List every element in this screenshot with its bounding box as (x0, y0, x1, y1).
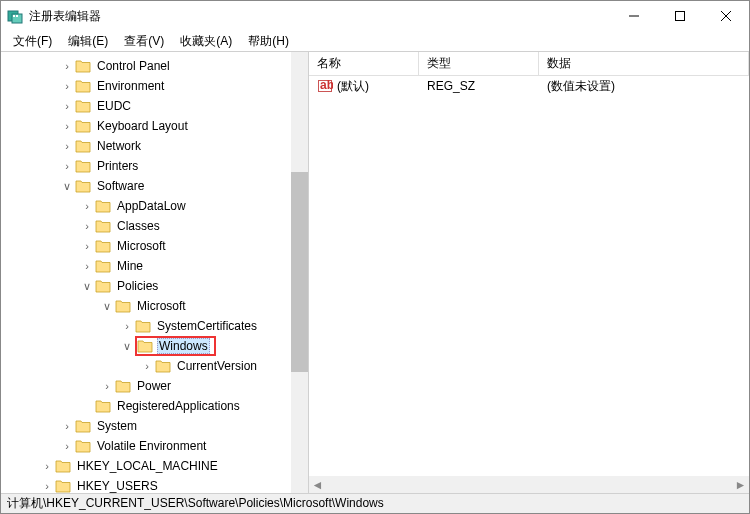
folder-icon (95, 259, 111, 273)
tree-item[interactable]: ›Mine (1, 256, 308, 276)
tree-item-label: EUDC (95, 98, 133, 114)
tree-item[interactable]: RegisteredApplications (1, 396, 308, 416)
tree-item[interactable]: ›Printers (1, 156, 308, 176)
folder-icon (135, 319, 151, 333)
tree-item[interactable]: ›Environment (1, 76, 308, 96)
tree-toggle-icon[interactable]: › (101, 380, 113, 392)
tree-item-label: Mine (115, 258, 145, 274)
tree-toggle-icon[interactable]: › (121, 320, 133, 332)
column-header-type[interactable]: 类型 (419, 52, 539, 75)
tree-toggle-icon[interactable]: › (61, 160, 73, 172)
folder-icon (155, 359, 171, 373)
tree-pane: ›Control Panel›Environment›EUDC›Keyboard… (1, 52, 309, 493)
tree-item[interactable]: ∨Policies (1, 276, 308, 296)
folder-icon (115, 379, 131, 393)
tree-toggle-icon[interactable]: › (61, 120, 73, 132)
tree-toggle-icon[interactable]: › (41, 460, 53, 472)
tree-item[interactable]: ›CurrentVersion (1, 356, 308, 376)
svg-rect-3 (16, 15, 18, 17)
column-header-data[interactable]: 数据 (539, 52, 749, 75)
main-split: ›Control Panel›Environment›EUDC›Keyboard… (1, 52, 749, 493)
tree-toggle-icon[interactable]: › (81, 260, 93, 272)
folder-icon (95, 239, 111, 253)
menu-file[interactable]: 文件(F) (5, 31, 60, 52)
tree-item[interactable]: ›System (1, 416, 308, 436)
tree-item[interactable]: ›EUDC (1, 96, 308, 116)
scroll-left-icon[interactable]: ◄ (309, 476, 326, 493)
status-path: 计算机\HKEY_CURRENT_USER\Software\Policies\… (7, 495, 384, 512)
menu-favorites[interactable]: 收藏夹(A) (172, 31, 240, 52)
tree-toggle-icon[interactable]: › (61, 440, 73, 452)
cell-name: ab (默认) (309, 78, 419, 95)
tree-item[interactable]: ›AppDataLow (1, 196, 308, 216)
scroll-right-icon[interactable]: ► (732, 476, 749, 493)
tree-item-label: Network (95, 138, 143, 154)
tree-item-label: Software (95, 178, 146, 194)
scroll-track[interactable] (326, 476, 732, 493)
tree-item[interactable]: ›HKEY_USERS (1, 476, 308, 493)
tree-item-label: Control Panel (95, 58, 172, 74)
column-header-name[interactable]: 名称 (309, 52, 419, 75)
tree-toggle-icon[interactable]: › (61, 100, 73, 112)
tree-item-label: Printers (95, 158, 140, 174)
menu-view[interactable]: 查看(V) (116, 31, 172, 52)
tree-toggle-icon[interactable]: › (81, 220, 93, 232)
tree-toggle-icon[interactable]: › (61, 140, 73, 152)
tree-toggle-icon[interactable]: › (81, 240, 93, 252)
tree-toggle-icon[interactable]: ∨ (61, 180, 73, 193)
tree-toggle-icon[interactable]: › (61, 420, 73, 432)
tree-toggle-icon[interactable]: › (81, 200, 93, 212)
tree-item-label: Environment (95, 78, 166, 94)
tree-item[interactable]: ›HKEY_LOCAL_MACHINE (1, 456, 308, 476)
close-button[interactable] (703, 1, 749, 31)
tree-item-label: Windows (157, 338, 210, 354)
menu-help[interactable]: 帮助(H) (240, 31, 297, 52)
folder-icon (95, 399, 111, 413)
folder-icon (75, 179, 91, 193)
folder-icon (75, 439, 91, 453)
tree-toggle-icon[interactable]: › (41, 480, 53, 492)
tree-item[interactable]: ∨Microsoft (1, 296, 308, 316)
tree-item[interactable]: ›Classes (1, 216, 308, 236)
minimize-button[interactable] (611, 1, 657, 31)
menu-edit[interactable]: 编辑(E) (60, 31, 116, 52)
tree-item[interactable]: ›SystemCertificates (1, 316, 308, 336)
folder-icon (75, 419, 91, 433)
tree-item-label: RegisteredApplications (115, 398, 242, 414)
tree-item-label: Microsoft (115, 238, 168, 254)
tree-item-label: AppDataLow (115, 198, 188, 214)
list-row[interactable]: ab (默认) REG_SZ (数值未设置) (309, 76, 749, 96)
value-type: REG_SZ (419, 79, 539, 93)
tree-item[interactable]: ∨Software (1, 176, 308, 196)
folder-icon (75, 59, 91, 73)
tree-item[interactable]: ›Microsoft (1, 236, 308, 256)
tree-item[interactable]: ›Control Panel (1, 56, 308, 76)
tree-toggle-icon[interactable]: › (61, 60, 73, 72)
tree-toggle-icon[interactable]: ∨ (121, 340, 133, 353)
tree-item-label: Power (135, 378, 173, 394)
tree-item-label: System (95, 418, 139, 434)
tree-item[interactable]: ›Power (1, 376, 308, 396)
tree-toggle-icon[interactable]: ∨ (101, 300, 113, 313)
tree-item-label: HKEY_LOCAL_MACHINE (75, 458, 220, 474)
list-horizontal-scrollbar[interactable]: ◄ ► (309, 476, 749, 493)
tree-item-label: Volatile Environment (95, 438, 208, 454)
tree-item[interactable]: ∨Windows (1, 336, 308, 356)
tree-item[interactable]: ›Volatile Environment (1, 436, 308, 456)
title-bar: 注册表编辑器 (1, 1, 749, 31)
tree-toggle-icon[interactable]: ∨ (81, 280, 93, 293)
list-body[interactable]: ab (默认) REG_SZ (数值未设置) (309, 76, 749, 476)
folder-icon (55, 459, 71, 473)
list-pane: 名称 类型 数据 ab (默认) REG_SZ (数值未设置) (309, 52, 749, 493)
tree-item[interactable]: ›Keyboard Layout (1, 116, 308, 136)
folder-icon (137, 339, 153, 353)
tree-item[interactable]: ›Network (1, 136, 308, 156)
tree-content[interactable]: ›Control Panel›Environment›EUDC›Keyboard… (1, 52, 308, 493)
folder-icon (75, 159, 91, 173)
svg-rect-2 (13, 15, 15, 17)
tree-toggle-icon[interactable]: › (141, 360, 153, 372)
tree-toggle-icon[interactable]: › (61, 80, 73, 92)
maximize-button[interactable] (657, 1, 703, 31)
tree-scrollbar-thumb[interactable] (291, 172, 308, 372)
window-title: 注册表编辑器 (29, 8, 611, 25)
